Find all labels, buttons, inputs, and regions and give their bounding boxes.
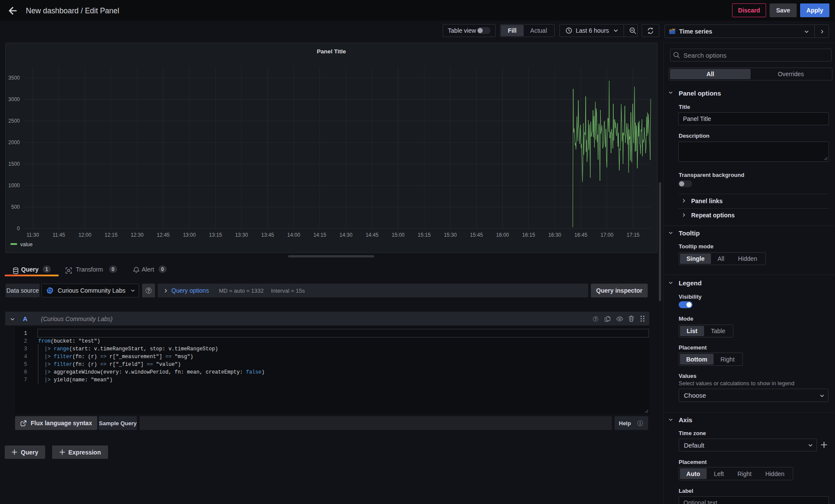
svg-text:13:00: 13:00 — [183, 232, 196, 238]
svg-text:11:30: 11:30 — [26, 232, 39, 238]
svg-text:11:45: 11:45 — [53, 232, 65, 238]
svg-text:12:15: 12:15 — [105, 232, 118, 238]
svg-text:13:15: 13:15 — [209, 232, 222, 238]
svg-text:12:00: 12:00 — [78, 232, 91, 238]
svg-text:1500: 1500 — [8, 161, 20, 167]
svg-text:500: 500 — [11, 204, 20, 210]
svg-text:2000: 2000 — [8, 139, 20, 145]
svg-text:2500: 2500 — [8, 118, 20, 124]
svg-text:17:15: 17:15 — [627, 232, 639, 238]
svg-text:15:45: 15:45 — [470, 232, 483, 238]
svg-text:17:00: 17:00 — [600, 232, 613, 238]
svg-text:16:00: 16:00 — [496, 232, 509, 238]
svg-text:16:45: 16:45 — [574, 232, 587, 238]
svg-text:16:30: 16:30 — [548, 232, 561, 238]
svg-text:1000: 1000 — [8, 182, 20, 189]
svg-text:14:15: 14:15 — [314, 232, 326, 238]
svg-text:3500: 3500 — [8, 75, 20, 81]
svg-text:12:45: 12:45 — [157, 232, 170, 238]
svg-text:14:45: 14:45 — [366, 232, 379, 238]
svg-text:15:15: 15:15 — [418, 232, 431, 238]
svg-text:16:15: 16:15 — [522, 232, 535, 238]
svg-text:13:30: 13:30 — [235, 232, 248, 238]
svg-text:12:30: 12:30 — [130, 232, 143, 238]
svg-text:value: value — [20, 241, 33, 247]
svg-text:13:45: 13:45 — [261, 232, 274, 238]
svg-text:14:30: 14:30 — [339, 232, 352, 238]
svg-text:3000: 3000 — [8, 96, 20, 102]
svg-text:14:00: 14:00 — [287, 232, 300, 238]
svg-text:0: 0 — [17, 226, 20, 232]
svg-text:15:00: 15:00 — [391, 232, 404, 238]
svg-text:15:30: 15:30 — [444, 232, 457, 238]
